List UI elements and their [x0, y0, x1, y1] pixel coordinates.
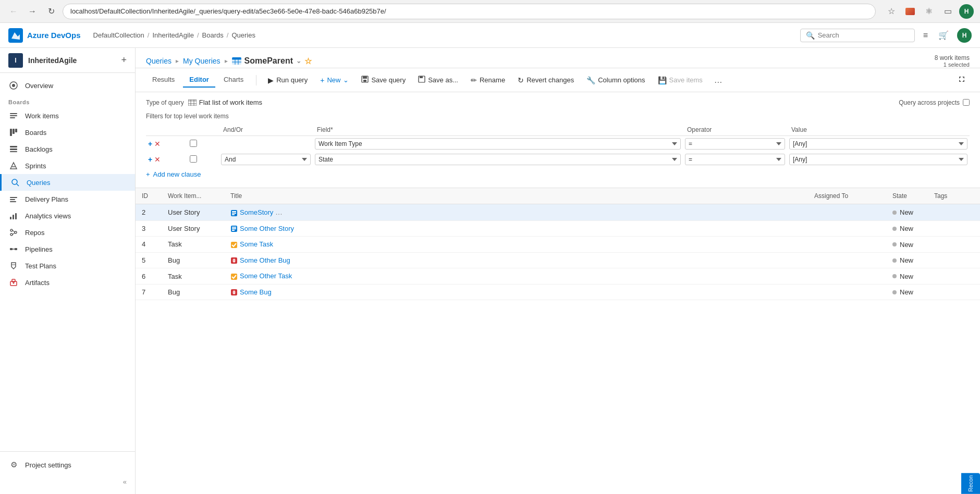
sidebar-item-project-settings[interactable]: ⚙ Project settings	[0, 456, 135, 474]
tab-editor[interactable]: Editor	[183, 72, 215, 88]
table-row[interactable]: 7BugSome BugNew	[136, 284, 980, 300]
sidebar-item-artifacts[interactable]: Artifacts	[0, 274, 135, 291]
new-button[interactable]: + New ⌄	[315, 73, 354, 87]
plus-icon: +	[320, 76, 324, 84]
more-options-button[interactable]: …	[710, 73, 727, 88]
tab-charts[interactable]: Charts	[217, 72, 250, 88]
row-more-icon[interactable]: …	[275, 208, 283, 216]
filter-row-2-field[interactable]: State	[315, 154, 681, 165]
cell-title[interactable]: Some Task	[224, 237, 808, 253]
bookmark-button[interactable]: ☆	[884, 4, 899, 19]
revert-changes-button[interactable]: ↻ Revert changes	[512, 73, 579, 87]
title-link[interactable]: Some Other Bug	[240, 256, 290, 264]
run-query-button[interactable]: ▶ Run query	[263, 73, 313, 87]
table-row[interactable]: 2User StorySomeStory …New	[136, 204, 980, 221]
cell-title[interactable]: Some Other Task	[224, 268, 808, 285]
table-row[interactable]: 3User StorySome Other StoryNew	[136, 220, 980, 237]
settings-icon-btn[interactable]: ≡	[921, 29, 930, 42]
filter-row-2-and-or[interactable]: And Or	[221, 154, 311, 165]
sidebar-item-boards[interactable]: Boards	[0, 124, 135, 141]
favorite-star-icon[interactable]: ☆	[304, 56, 312, 66]
sidebar-item-overview[interactable]: Overview	[0, 77, 135, 94]
my-queries-breadcrumb-link[interactable]: My Queries	[183, 57, 220, 65]
cell-assigned-to	[808, 284, 886, 300]
query-across-checkbox[interactable]	[963, 99, 970, 106]
title-link[interactable]: Some Bug	[240, 288, 272, 296]
expand-button[interactable]	[954, 73, 970, 87]
browser-actions: ☆ ⚛ ▭ H	[884, 4, 974, 19]
sidebar-item-test-plans[interactable]: Test Plans	[0, 257, 135, 274]
cell-work-item-type: Task	[162, 237, 224, 253]
title-link[interactable]: Some Other Task	[240, 272, 292, 280]
cell-title[interactable]: Some Other Story	[224, 220, 808, 237]
cell-assigned-to	[808, 237, 886, 253]
breadcrumb-boards[interactable]: Boards	[202, 31, 224, 39]
add-clause-button[interactable]: + Add new clause	[146, 167, 201, 181]
extensions-button[interactable]: ⚛	[922, 4, 936, 19]
filter-row-2-value[interactable]: [Any]	[789, 154, 967, 165]
save-query-button[interactable]: Save query	[356, 73, 411, 87]
save-as-button[interactable]: Save as...	[413, 73, 463, 87]
sidebar-item-work-items[interactable]: Work items	[0, 107, 135, 124]
search-box[interactable]: 🔍	[800, 29, 915, 42]
filter-row-2-operator[interactable]: =	[685, 154, 785, 165]
filter-row-2-remove[interactable]: ✕	[154, 155, 161, 164]
filter-row-1-remove[interactable]: ✕	[154, 140, 161, 148]
address-bar[interactable]: localhost/DefaultCollection/InheritedAgi…	[63, 4, 876, 19]
filter-row-2-add[interactable]: +	[148, 155, 152, 164]
save-items-button[interactable]: 💾 Save items	[653, 73, 708, 87]
rename-button[interactable]: ✏ Rename	[466, 73, 510, 87]
add-project-button[interactable]: +	[121, 55, 127, 66]
cell-title[interactable]: Some Bug	[224, 284, 808, 300]
cell-title[interactable]: SomeStory …	[224, 204, 808, 221]
results-container[interactable]: ID Work Item... Title Assigned To State …	[136, 188, 980, 494]
user-profile-avatar[interactable]: H	[957, 28, 972, 43]
reload-button[interactable]: ↻	[44, 4, 58, 19]
svg-rect-51	[232, 211, 236, 212]
results-table: ID Work Item... Title Assigned To State …	[136, 188, 980, 300]
svg-rect-46	[188, 100, 197, 102]
extension-button[interactable]	[903, 4, 917, 19]
filter-row-1-checkbox[interactable]	[190, 140, 197, 147]
collapse-sidebar-btn[interactable]: «	[0, 474, 135, 490]
boards-label: Boards	[25, 129, 46, 137]
forward-button[interactable]: →	[25, 4, 40, 19]
sidebar-item-queries[interactable]: Queries	[0, 174, 135, 191]
breadcrumb-queries[interactable]: Queries	[231, 31, 255, 39]
cell-state: New	[886, 237, 928, 253]
filter-row-1: + ✕ Work Item Type	[146, 136, 970, 152]
breadcrumb-project[interactable]: InheritedAgile	[152, 31, 194, 39]
sidebar-item-analytics-views[interactable]: Analytics views	[0, 207, 135, 224]
sidebar-item-pipelines[interactable]: Pipelines	[0, 241, 135, 257]
cell-state: New	[886, 268, 928, 285]
filter-row-1-add[interactable]: +	[148, 140, 152, 148]
sidebar-item-repos[interactable]: Repos	[0, 224, 135, 241]
back-button[interactable]: ←	[6, 4, 21, 19]
title-link[interactable]: Some Other Story	[240, 225, 294, 232]
cell-work-item-type: User Story	[162, 220, 224, 237]
table-row[interactable]: 5BugSome Other BugNew	[136, 252, 980, 268]
filter-row-2-checkbox[interactable]	[190, 155, 197, 163]
tab-results[interactable]: Results	[146, 72, 181, 88]
breadcrumb-collection[interactable]: DefaultCollection	[93, 31, 144, 39]
query-name-dropdown-icon[interactable]: ⌄	[296, 57, 301, 65]
search-input[interactable]	[818, 31, 909, 39]
cell-title[interactable]: Some Other Bug	[224, 252, 808, 268]
title-link[interactable]: SomeStory	[240, 208, 273, 216]
recon-tab[interactable]: Recon	[961, 473, 980, 494]
column-options-button[interactable]: 🔧 Column options	[581, 73, 650, 87]
table-row[interactable]: 4TaskSome TaskNew	[136, 237, 980, 253]
title-link[interactable]: Some Task	[240, 240, 273, 248]
filter-row-1-field[interactable]: Work Item Type	[315, 138, 681, 150]
sidebar-item-sprints[interactable]: Sprints	[0, 157, 135, 174]
queries-breadcrumb-link[interactable]: Queries	[146, 57, 172, 65]
filter-row-1-operator[interactable]: =	[685, 138, 785, 150]
svg-rect-9	[10, 146, 17, 147]
sidebar-item-delivery-plans[interactable]: Delivery Plans	[0, 191, 135, 207]
basket-icon-btn[interactable]: 🛒	[936, 28, 951, 42]
table-row[interactable]: 6TaskSome Other TaskNew	[136, 268, 980, 285]
cast-button[interactable]: ▭	[940, 4, 955, 19]
sidebar-item-backlogs[interactable]: Backlogs	[0, 141, 135, 157]
filter-row-1-value[interactable]: [Any]	[789, 138, 967, 150]
user-avatar[interactable]: H	[959, 4, 974, 19]
